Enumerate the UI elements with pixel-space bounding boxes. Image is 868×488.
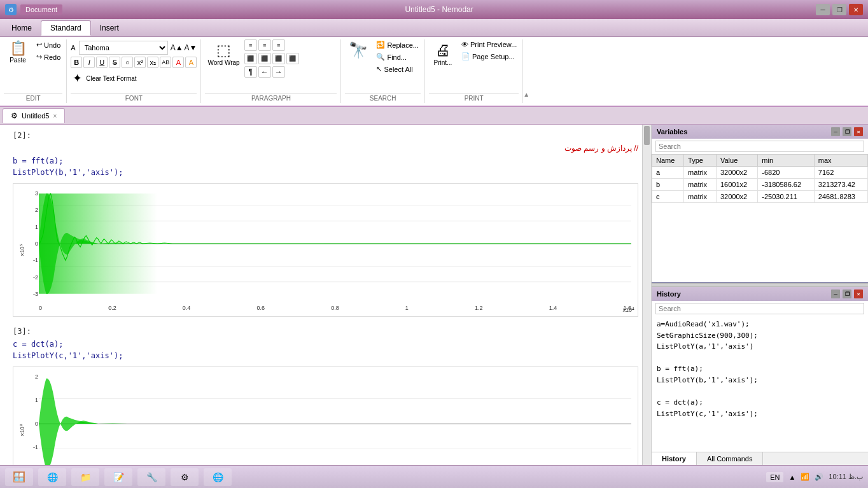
print-preview-button[interactable]: 👁 Print Preview... [459,39,519,50]
circle-button[interactable]: ○ [122,57,133,68]
align-left[interactable]: ⬛ [244,53,257,64]
explorer-button[interactable]: 📁 [71,468,99,486]
history-minimize-btn[interactable]: ─ [831,289,840,298]
list-style-2[interactable]: ≡ [258,39,271,51]
ribbon-collapse-btn[interactable]: ▲ [523,39,531,103]
col-max: max [814,155,867,167]
close-button[interactable]: ✕ [849,4,863,15]
undo-button[interactable]: ↩ Undo [34,39,62,50]
tray-icon-3: 🔊 [815,473,823,481]
list-style-1[interactable]: ≡ [244,39,257,51]
taskbar-btn-3[interactable]: 📝 [104,468,132,486]
show-all[interactable]: ¶ [244,66,257,78]
taskbar-icon-3: 📝 [113,472,124,482]
history-entry-5: b = fft(a); [657,363,863,375]
cell-2-code-line2: ListPlotY(b,'1','axis'); [13,167,638,178]
language-button[interactable]: EN [766,472,783,482]
justify[interactable]: ⬛ [286,53,299,64]
menu-tab-standard[interactable]: Standard [41,20,91,36]
minimize-button[interactable]: ─ [816,4,830,15]
font-size-decrease[interactable]: A▼ [185,43,197,52]
history-entry-7 [657,386,863,398]
history-tab-all-commands[interactable]: All Commands [697,452,764,465]
chart-1-plot [39,190,631,297]
history-tabs: History All Commands [652,452,868,465]
indent-right[interactable]: → [272,66,285,78]
var-row-b[interactable]: b matrix 16001x2 -3180586.62 3213273.42 [652,179,868,191]
list-style-3[interactable]: ≡ [272,39,285,51]
word-wrap-button[interactable]: ⬚ Word Wrap [205,39,242,78]
history-panel: History ─ ❐ × a=AudioRead('x1.wav'); Set… [652,287,868,465]
var-row-a[interactable]: a matrix 32000x2 -6820 7162 [652,167,868,179]
var-c-value: 32000x2 [716,191,757,203]
menu-tab-insert[interactable]: Insert [91,21,128,35]
variables-close-btn[interactable]: × [854,127,863,136]
variables-table: Name Type Value min max a matrix 32000x2… [652,154,868,203]
history-title: History [657,290,681,298]
tab-close-btn[interactable]: × [53,113,57,120]
history-entry-8: c = dct(a); [657,397,863,408]
variables-search-input[interactable] [655,141,864,152]
history-content[interactable]: a=AudioRead('x1.wav'); SetGraphicSize(90… [652,316,868,452]
ribbon-section-search: 🔭 🔁 Replace... 🔍 Find... ↖ Select All [341,39,425,103]
scrollbar-thumb[interactable] [644,126,650,145]
subscript-button[interactable]: x₂ [147,57,158,68]
var-row-c[interactable]: c matrix 32000x2 -25030.211 24681.8283 [652,191,868,203]
history-tab-history[interactable]: History [652,452,697,465]
editor-scroll[interactable]: [2]: // پردازش و رسم صوت b = fft(a); Lis… [0,125,651,465]
taskbar-btn-4[interactable]: 🔧 [137,468,165,486]
italic-button[interactable]: I [83,57,95,68]
col-type: Type [684,155,717,167]
abc-button[interactable]: AB [160,57,171,68]
font-color-a[interactable]: A [172,57,184,68]
var-a-value: 32000x2 [716,167,757,179]
restore-button[interactable]: ❐ [832,4,846,15]
start-button[interactable]: 🪟 [5,468,33,486]
var-a-max: 7162 [814,167,867,179]
page-setup-button[interactable]: 📄 Page Setup... [459,51,519,62]
status-time: 10:11 ب.ظ [829,473,863,481]
taskbar-btn-5[interactable]: ⚙ [171,468,199,486]
clear-text-format-button[interactable]: ✦ Clear Text Format [71,70,138,87]
window-controls: ─ ❐ ✕ [816,4,863,15]
ribbon-paragraph-content: ⬚ Word Wrap ≡ ≡ ≡ ⬛ ⬛ ⬛ ⬛ [205,39,337,92]
history-panel-controls: ─ ❐ × [831,289,863,298]
var-a-type: matrix [684,167,717,179]
doc-tab-untitled5[interactable]: ⚙ Untitled5 × [3,108,65,123]
font-name-select[interactable]: Tahoma [79,41,168,55]
align-right[interactable]: ⬛ [272,53,285,64]
paste-button[interactable]: 📋 Paste [4,39,32,66]
print-button[interactable]: 🖨 Print... [429,39,457,68]
chart-2-plot [39,373,631,465]
underline-button[interactable]: U [96,57,108,68]
select-all-button[interactable]: ↖ Select All [374,64,421,74]
highlight-color[interactable]: A [185,57,197,68]
variables-minimize-btn[interactable]: ─ [831,127,840,136]
history-close-btn[interactable]: × [854,289,863,298]
chart-1-svg [39,190,631,297]
variables-restore-btn[interactable]: ❐ [843,127,851,136]
binoculars-icon-btn[interactable]: 🔭 [345,39,372,74]
history-restore-btn[interactable]: ❐ [843,289,851,298]
font-size-increase[interactable]: A▲ [171,43,183,52]
bold-button[interactable]: B [71,57,82,68]
menu-tab-home[interactable]: Home [3,21,41,35]
strikethrough-button[interactable]: S̶ [109,57,120,68]
var-a-min: -6820 [758,167,815,179]
var-b-type: matrix [684,179,717,191]
word-wrap-icon: ⬚ [216,41,231,59]
redo-button[interactable]: ↪ Redo [34,52,62,62]
find-button[interactable]: 🔍 Find... [374,52,421,62]
replace-button[interactable]: 🔁 Replace... [374,39,421,50]
col-value: Value [716,155,757,167]
align-center[interactable]: ⬛ [258,53,271,64]
history-search-input[interactable] [655,303,864,314]
indent-left[interactable]: ← [258,66,271,78]
cell-3-code: c = dct(a); ListPlotY(c,'1','axis'); [13,338,638,361]
document-label: Document [20,4,62,15]
ribbon-print-content: 🖨 Print... 👁 Print Preview... 📄 Page Set… [429,39,519,92]
editor-scrollbar[interactable] [642,125,651,465]
taskbar-btn-6[interactable]: 🌐 [204,468,232,486]
superscript-button[interactable]: x² [134,57,146,68]
ie-button[interactable]: 🌐 [38,468,66,486]
